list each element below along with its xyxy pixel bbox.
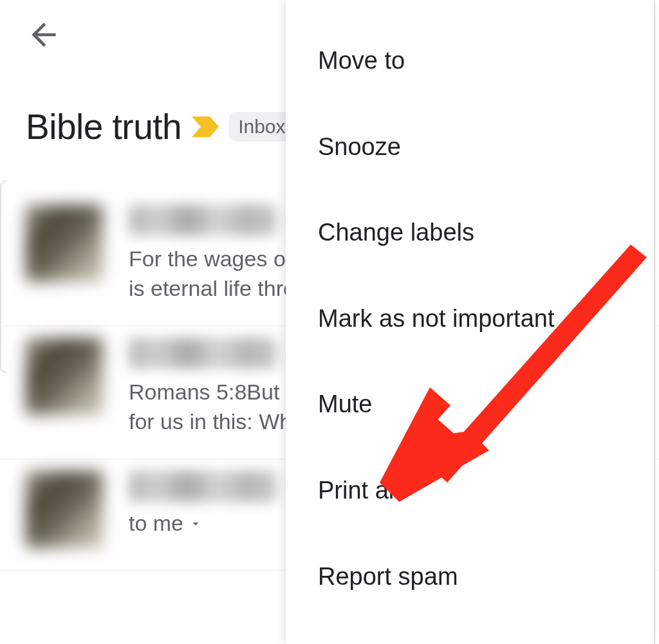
inbox-label-chip[interactable]: Inbox bbox=[229, 112, 294, 142]
menu-item-report-spam[interactable]: Report spam bbox=[286, 534, 654, 620]
overflow-menu: Move to Snooze Change labels Mark as not… bbox=[286, 0, 654, 644]
avatar bbox=[26, 205, 103, 282]
menu-item-mark-not-important[interactable]: Mark as not important bbox=[286, 276, 654, 362]
sender-name-redacted bbox=[129, 205, 277, 235]
menu-item-print-all[interactable]: Print all bbox=[286, 448, 654, 534]
menu-item-change-labels[interactable]: Change labels bbox=[286, 190, 654, 276]
menu-item-mute[interactable]: Mute bbox=[286, 362, 654, 448]
menu-item-snooze[interactable]: Snooze bbox=[286, 104, 654, 190]
recipient-line[interactable]: to me bbox=[129, 511, 203, 536]
recipient-text: to me bbox=[129, 511, 183, 536]
avatar bbox=[26, 338, 103, 415]
email-thread-screen: Bible truth Inbox 14 For the wages of si… bbox=[0, 0, 659, 644]
sender-name-redacted bbox=[129, 338, 277, 369]
back-button[interactable] bbox=[21, 12, 67, 58]
importance-icon[interactable] bbox=[190, 115, 220, 138]
sender-name-redacted bbox=[129, 471, 277, 502]
chevron-down-icon bbox=[189, 511, 203, 536]
arrow-left-icon bbox=[26, 17, 62, 53]
menu-item-move-to[interactable]: Move to bbox=[286, 18, 654, 104]
subject-row: Bible truth Inbox bbox=[26, 106, 295, 147]
avatar bbox=[26, 471, 103, 548]
email-subject: Bible truth bbox=[26, 106, 181, 147]
